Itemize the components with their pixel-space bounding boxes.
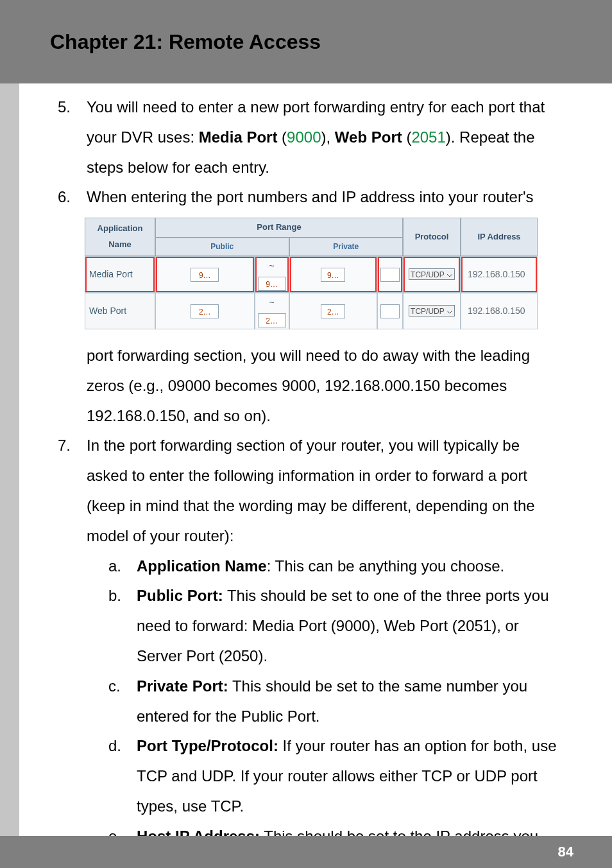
page-number: 84	[558, 844, 574, 860]
row0-ip[interactable]: 192.168.0.150	[461, 256, 538, 293]
row1-pub-from[interactable]: 2…	[191, 304, 219, 318]
tilde-icon: ~	[269, 297, 274, 308]
substep-b-label: Public Port:	[137, 587, 223, 604]
row1-app[interactable]: Web Port	[85, 293, 155, 329]
step-7: 7. In the port forwarding section of you…	[51, 431, 561, 868]
table-head-row: Application Name Port Range Protocol IP …	[85, 218, 538, 238]
row1-priv-from[interactable]: 2…	[321, 304, 345, 318]
row0-protocol-select[interactable]: TCP/UDP	[409, 268, 455, 280]
row0-pub-to[interactable]: 9…	[258, 277, 286, 291]
step-7-text: In the port forwarding section of your r…	[87, 431, 561, 551]
page-footer: 84	[0, 836, 612, 868]
row0-app[interactable]: Media Port	[85, 256, 155, 293]
substep-a-letter: a.	[108, 551, 121, 581]
step-6: 6. When entering the port numbers and IP…	[51, 182, 561, 213]
th-application: Application Name	[85, 218, 155, 256]
chapter-title: Chapter 21: Remote Access	[50, 30, 321, 54]
substep-c: c. Private Port: This should be set to t…	[108, 672, 561, 732]
step-6b-text: port forwarding section, you will need t…	[87, 341, 561, 431]
step-6-continued: port forwarding section, you will need t…	[51, 341, 561, 431]
web-port-label: Web Port	[335, 128, 402, 146]
substep-d-label: Port Type/Protocol:	[137, 737, 278, 754]
substep-a-text: : This can be anything you choose.	[267, 557, 504, 575]
th-protocol: Protocol	[403, 218, 461, 256]
th-port-range: Port Range	[155, 218, 403, 238]
step-5-number: 5.	[58, 92, 71, 122]
left-margin-strip	[0, 83, 19, 836]
table-row: Media Port 9… ~ 9… 9… TCP/UDP 192.168.0.…	[85, 256, 538, 293]
substep-a: a. Application Name: This can be anythin…	[108, 551, 561, 582]
row1-pub-to[interactable]: 2…	[258, 313, 286, 327]
step-7-number: 7.	[58, 431, 71, 460]
th-ip: IP Address	[461, 218, 538, 256]
row0-priv-from[interactable]: 9…	[321, 268, 345, 282]
web-port-value: 2051	[411, 128, 445, 146]
row0-priv-to[interactable]	[380, 268, 400, 282]
media-port-label: Media Port	[199, 128, 278, 146]
step-5-mid1: ),	[321, 128, 334, 146]
router-screenshot: Application Name Port Range Protocol IP …	[85, 218, 538, 329]
chapter-header: Chapter 21: Remote Access	[0, 0, 612, 83]
substep-c-letter: c.	[108, 672, 121, 701]
step-5: 5. You will need to enter a new port for…	[51, 92, 561, 182]
substep-b-letter: b.	[108, 581, 121, 611]
th-private: Private	[289, 238, 403, 256]
step-6-text: When entering the port numbers and IP ad…	[87, 182, 561, 213]
table-row: Web Port 2… ~ 2… 2… TCP/UDP 192.168.0.15…	[85, 293, 538, 329]
substep-a-label: Application Name	[137, 557, 267, 575]
media-port-value: 9000	[287, 128, 321, 146]
substep-c-label: Private Port:	[137, 677, 228, 695]
substep-b: b. Public Port: This should be set to on…	[108, 581, 561, 671]
substep-d-letter: d.	[108, 731, 121, 761]
tilde-icon: ~	[269, 261, 274, 271]
row1-protocol-select[interactable]: TCP/UDP	[409, 305, 455, 317]
step-6-number: 6.	[58, 182, 71, 212]
th-public: Public	[155, 238, 289, 256]
row1-priv-to[interactable]	[380, 304, 400, 318]
chevron-down-icon	[446, 309, 453, 315]
row1-ip[interactable]: 192.168.0.150	[461, 293, 538, 329]
row0-pub-from[interactable]: 9…	[191, 268, 219, 282]
chevron-down-icon	[446, 273, 453, 278]
page-content: 5. You will need to enter a new port for…	[0, 83, 612, 868]
substep-d: d. Port Type/Protocol: If your router ha…	[108, 731, 561, 821]
